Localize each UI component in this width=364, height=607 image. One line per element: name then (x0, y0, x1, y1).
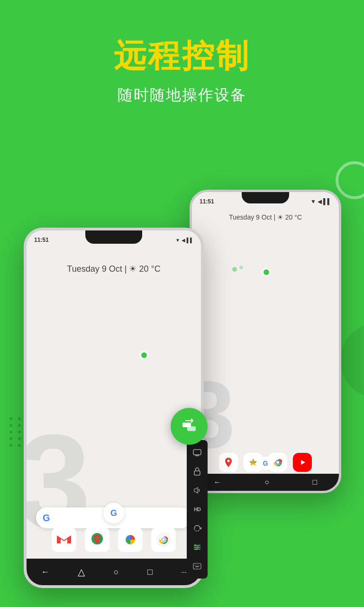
svg-rect-27 (193, 563, 201, 569)
green-dot-front (140, 351, 148, 359)
svg-point-15 (162, 538, 165, 541)
phone-front-date-weather: Tuesday 9 Oct | ☀ 20 °C (27, 264, 201, 274)
dot-small-2 (239, 266, 243, 269)
phone-back-notch (242, 192, 289, 203)
toolbar-panel: HD (187, 440, 208, 579)
phone-back-nav-bar: ← ○ □ (192, 474, 339, 491)
phone-front-notch (85, 230, 142, 244)
toolbar-handle[interactable] (171, 408, 208, 445)
toolbar-item-lock[interactable] (189, 463, 206, 480)
phone-front-side-button-vol-up (24, 287, 26, 306)
app-icon-maps-back[interactable] (219, 453, 238, 472)
phone-back-status-icons: ▼ ◀ ▌▌ (310, 198, 331, 205)
google-assistant-back[interactable]: G (259, 457, 272, 470)
green-dot-back (262, 268, 271, 276)
front-menu-nav-icon[interactable]: □ (147, 567, 153, 577)
sub-title: 随时随地操作设备 (0, 85, 364, 106)
svg-rect-17 (187, 426, 196, 431)
back-nav-icon[interactable]: ← (214, 478, 221, 487)
phone-front-side-button-right (202, 297, 204, 321)
switch-icon (181, 418, 198, 435)
title-area: 远程控制 随时随地操作设备 (0, 0, 364, 106)
svg-rect-19 (194, 471, 200, 475)
phone-back-screen: 11:51 ▼ ◀ ▌▌ Tuesday 9 Oct | ☀ 20 °C 3 (192, 192, 339, 491)
main-title: 远程控制 (0, 38, 364, 74)
toolbar-item-rotate[interactable] (189, 520, 206, 537)
floating-toolbar: HD (171, 408, 208, 579)
app-icon-photos-front[interactable] (118, 527, 143, 552)
toolbar-item-screen[interactable] (189, 444, 206, 461)
phone-front-side-button-vol-down (24, 311, 26, 330)
google-assistant-front[interactable]: G (103, 503, 124, 524)
toolbar-item-keyboard[interactable] (189, 558, 206, 575)
svg-point-6 (276, 461, 279, 464)
svg-rect-18 (193, 450, 201, 455)
svg-point-24 (194, 544, 196, 546)
phone-back-time: 11:51 (200, 198, 214, 205)
page-container: 远程控制 随时随地操作设备 11:51 ▼ ◀ ▌▌ Tuesday 9 Oct… (0, 0, 364, 607)
toolbar-item-hd[interactable]: HD (189, 501, 206, 518)
front-recent-nav-icon[interactable]: ○ (114, 567, 119, 577)
app-icon-gmail[interactable] (52, 527, 76, 552)
svg-point-25 (197, 546, 199, 548)
svg-point-26 (195, 548, 197, 550)
front-home-nav-icon[interactable]: △ (78, 566, 85, 578)
phone-back-date-weather: Tuesday 9 Oct | ☀ 20 °C (192, 213, 339, 221)
phone-front-time: 11:51 (34, 237, 49, 243)
google-g-logo: G (43, 513, 50, 524)
phone-back-side-button (340, 258, 341, 282)
toolbar-item-settings[interactable] (189, 539, 206, 556)
recent-nav-icon[interactable]: □ (313, 478, 318, 487)
phone-back: 11:51 ▼ ◀ ▌▌ Tuesday 9 Oct | ☀ 20 °C 3 (190, 190, 341, 493)
phones-area: 11:51 ▼ ◀ ▌▌ Tuesday 9 Oct | ☀ 20 °C 3 (0, 161, 364, 588)
home-nav-icon[interactable]: ○ (264, 478, 269, 487)
app-icon-maps-front[interactable] (85, 527, 109, 552)
phone-front-status-icons: ▼ ◀ ▌▌ (175, 238, 193, 243)
front-back-nav-icon[interactable]: ← (41, 567, 49, 577)
toolbar-item-volume[interactable] (189, 482, 206, 499)
app-icon-youtube-back[interactable] (293, 453, 312, 472)
dot-small-1 (232, 267, 237, 272)
